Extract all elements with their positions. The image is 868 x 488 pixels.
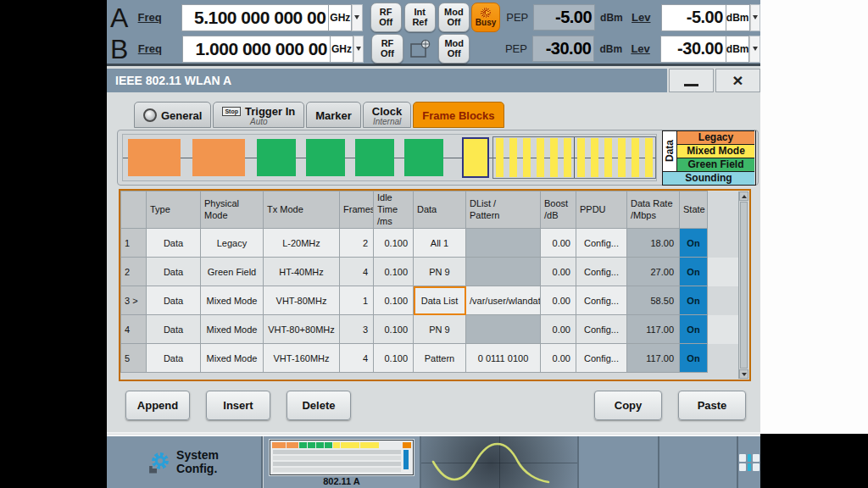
tab-general[interactable]: General	[134, 102, 211, 128]
scroll-up-icon[interactable]	[739, 191, 748, 201]
frame-block[interactable]	[604, 138, 612, 177]
cell-state[interactable]: On	[680, 258, 708, 286]
frame-block[interactable]	[550, 138, 558, 177]
cell-tx[interactable]: VHT-80+80MHz	[264, 315, 340, 344]
level-label-b[interactable]: Lev	[631, 42, 653, 55]
cell-type[interactable]: Data	[147, 286, 201, 315]
delete-button[interactable]: Delete	[287, 391, 351, 420]
frame-block[interactable]	[632, 138, 639, 177]
cell-dlist[interactable]	[466, 315, 541, 344]
cell-num[interactable]: 4	[121, 315, 147, 344]
cell-phys[interactable]: Mixed Mode	[201, 315, 264, 344]
insert-button[interactable]: Insert	[206, 391, 270, 420]
paste-button[interactable]: Paste	[678, 391, 746, 420]
freq-label-b[interactable]: Freq	[138, 42, 172, 55]
frame-block[interactable]	[496, 138, 504, 177]
cell-ppdu[interactable]: Config...	[576, 258, 627, 286]
cell-phys[interactable]: Legacy	[201, 229, 264, 258]
rf-state-button-b[interactable]: RF Off	[371, 34, 403, 64]
cell-data[interactable]: PN 9	[414, 258, 466, 286]
level-unit-b[interactable]: dBm	[726, 36, 750, 63]
frame-block[interactable]	[257, 139, 296, 176]
tab-clock[interactable]: ClockInternal	[363, 102, 411, 128]
cell-ppdu[interactable]: Config...	[576, 286, 627, 315]
frame-block[interactable]	[577, 138, 585, 177]
level-label-a[interactable]: Lev	[632, 11, 654, 24]
tab-marker[interactable]: Marker	[306, 102, 361, 128]
cell-dlist[interactable]	[466, 229, 541, 258]
empty-tile[interactable]	[659, 436, 738, 488]
tab-trigger-in[interactable]: StopTrigger InAuto	[213, 102, 304, 128]
cell-rate[interactable]: 117.00	[627, 344, 680, 373]
level-input-a[interactable]: -5.00	[661, 4, 726, 31]
cell-boost[interactable]: 0.00	[541, 258, 576, 286]
cell-tx[interactable]: L-20MHz	[264, 229, 340, 258]
level-unit-a[interactable]: dBm	[726, 4, 750, 31]
frame-block[interactable]	[128, 139, 181, 176]
mod-state-button-a[interactable]: Mod Off	[438, 3, 470, 32]
cell-data[interactable]: Data List	[414, 286, 466, 315]
cell-type[interactable]: Data	[147, 315, 201, 344]
frame-block[interactable]	[537, 138, 544, 177]
mod-state-button-b[interactable]: Mod Off	[438, 34, 470, 64]
system-config-tile[interactable]: System Config.	[107, 436, 263, 488]
cell-data[interactable]: Pattern	[414, 344, 466, 373]
sine-wave-tile[interactable]	[421, 436, 579, 488]
freq-label-a[interactable]: Freq	[138, 11, 172, 24]
reference-button-a[interactable]: Int Ref	[404, 3, 436, 32]
level-unit-dropdown-a[interactable]	[750, 4, 760, 31]
cell-dlist[interactable]	[466, 258, 541, 286]
cell-frames[interactable]: 3	[340, 315, 374, 344]
freq-unit-b[interactable]: GHz	[331, 36, 353, 63]
cell-phys[interactable]: Mixed Mode	[201, 344, 264, 373]
cell-boost[interactable]: 0.00	[541, 229, 576, 258]
cell-phys[interactable]: Green Field	[201, 258, 264, 286]
minimize-button[interactable]	[669, 69, 714, 92]
cell-type[interactable]: Data	[147, 258, 201, 286]
frame-block[interactable]	[404, 139, 443, 176]
frame-block[interactable]	[509, 138, 517, 177]
frame-block[interactable]	[591, 138, 598, 177]
cell-state[interactable]: On	[680, 229, 708, 258]
cell-ppdu[interactable]: Config...	[576, 229, 627, 258]
wlan-app-tile[interactable]: 802.11 A	[263, 436, 421, 488]
cell-frames[interactable]: 1	[340, 286, 374, 315]
cell-rate[interactable]: 58.50	[627, 286, 680, 315]
cell-state[interactable]: On	[680, 344, 708, 373]
coupling-target-icon[interactable]	[406, 35, 436, 63]
cell-frames[interactable]: 4	[340, 344, 374, 373]
cell-type[interactable]: Data	[147, 344, 201, 373]
cell-frames[interactable]: 2	[340, 229, 374, 258]
cell-data[interactable]: PN 9	[414, 315, 466, 344]
cell-rate[interactable]: 18.00	[627, 229, 680, 258]
frame-block[interactable]	[192, 139, 245, 176]
tab-frame-blocks[interactable]: Frame Blocks	[413, 102, 504, 128]
cell-rate[interactable]: 27.00	[627, 258, 680, 286]
cell-dlist[interactable]: 0 0111 0100	[466, 344, 541, 373]
cell-idle[interactable]: 0.100	[374, 229, 414, 258]
append-button[interactable]: Append	[125, 391, 190, 420]
cell-state[interactable]: On	[680, 315, 708, 344]
cell-tx[interactable]: VHT-160MHz	[264, 344, 340, 373]
cell-num[interactable]: 5	[121, 344, 147, 373]
close-button[interactable]: ×	[715, 69, 760, 92]
empty-tile[interactable]	[579, 436, 659, 488]
frame-block[interactable]	[523, 138, 531, 177]
level-unit-dropdown-b[interactable]	[749, 36, 760, 63]
frame-block[interactable]	[306, 139, 345, 176]
cell-num[interactable]: 2	[121, 258, 147, 286]
frame-block[interactable]	[355, 139, 394, 176]
cell-dlist[interactable]: /var/user/wlandata	[466, 286, 541, 315]
cell-idle[interactable]: 0.100	[374, 315, 414, 344]
cell-num[interactable]: 3 >	[121, 286, 147, 315]
cell-type[interactable]: Data	[147, 229, 201, 258]
cell-rate[interactable]: 117.00	[627, 315, 680, 344]
freq-unit-dropdown-a[interactable]	[352, 4, 362, 31]
cell-num[interactable]: 1	[121, 229, 147, 258]
frequency-input-b[interactable]: 1.000 000 000 00	[182, 36, 331, 63]
window-layout-tile[interactable]	[738, 436, 760, 488]
cell-tx[interactable]: VHT-80MHz	[264, 286, 340, 315]
frame-block[interactable]	[618, 138, 626, 177]
freq-unit-a[interactable]: GHz	[329, 4, 352, 31]
cell-boost[interactable]: 0.00	[541, 315, 576, 344]
